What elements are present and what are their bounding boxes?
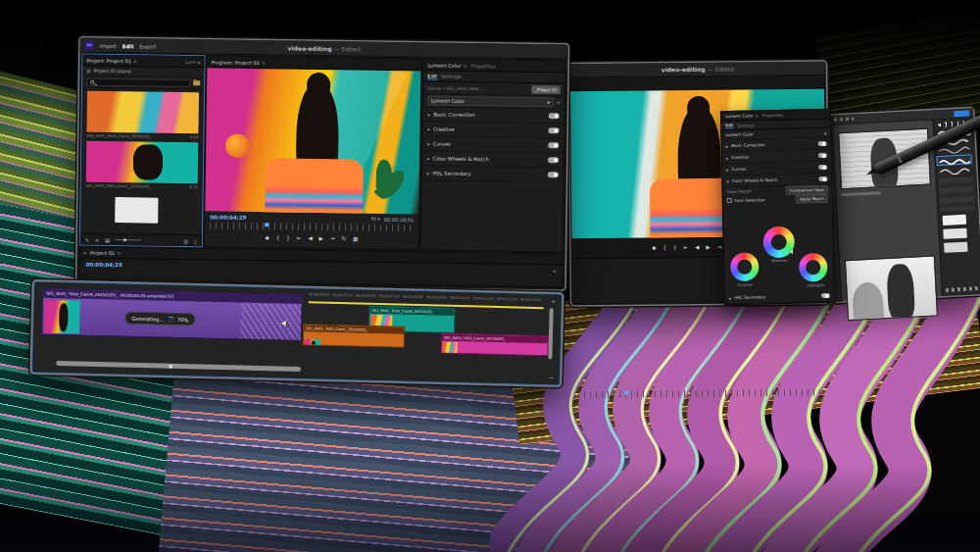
pen-tool-icon[interactable]: ✎ bbox=[85, 236, 89, 242]
close-icon[interactable]: × bbox=[755, 113, 759, 118]
panel-footer-icons[interactable] bbox=[946, 286, 979, 292]
close-icon[interactable]: × bbox=[117, 250, 121, 256]
chevron-down-icon[interactable]: ▾ bbox=[824, 129, 827, 135]
mark-out-button[interactable]: } bbox=[286, 234, 290, 240]
close-icon[interactable]: × bbox=[463, 62, 466, 68]
project-clip-thumbnail-2[interactable] bbox=[86, 141, 199, 184]
step-back-button[interactable]: ◀ bbox=[695, 243, 699, 249]
tab-sequence[interactable]: Project 01 × bbox=[90, 250, 121, 256]
wheels-toggle-2[interactable] bbox=[818, 176, 827, 181]
face-detection-checkbox[interactable] bbox=[727, 198, 732, 203]
trash-icon[interactable]: ▯ bbox=[194, 238, 197, 244]
close-icon[interactable]: × bbox=[262, 60, 266, 66]
horizontal-scrollbar[interactable] bbox=[56, 361, 301, 372]
add-marker-button[interactable]: ◆ bbox=[652, 244, 656, 250]
loop-button[interactable]: ↻ bbox=[341, 235, 346, 241]
basic-correction-toggle-2[interactable] bbox=[818, 141, 827, 146]
brush-stroke-5[interactable] bbox=[938, 166, 974, 176]
mark-in-button[interactable]: { bbox=[276, 234, 280, 240]
subtab-settings-2[interactable]: Settings bbox=[737, 123, 754, 127]
subtab-settings[interactable]: Settings bbox=[441, 74, 462, 79]
chevron-right-icon: ▸ bbox=[726, 143, 729, 149]
toolbar-icons[interactable] bbox=[828, 118, 854, 122]
tab-program[interactable]: Program: Project 01 × bbox=[211, 59, 266, 66]
grid-view-icon[interactable]: ▤ bbox=[86, 69, 90, 74]
zoom-out-icon[interactable]: − bbox=[550, 375, 554, 380]
target-project-button[interactable]: _Project 01 bbox=[531, 84, 561, 93]
panel-menu-icon[interactable]: ≡ bbox=[557, 100, 561, 105]
go-to-in-button[interactable]: ⇤ bbox=[297, 235, 302, 241]
source-clip-label: Source • S01_Sh01_Tk04_… bbox=[427, 85, 485, 91]
subtab-edit-2[interactable]: Edit bbox=[725, 123, 733, 128]
vertical-scrollbar[interactable] bbox=[548, 308, 553, 359]
chevron-right-icon: ▸ bbox=[427, 170, 430, 176]
creative-toggle-2[interactable] bbox=[818, 153, 827, 158]
hsl-secondary-toggle[interactable] bbox=[548, 172, 559, 177]
window2-playhead[interactable] bbox=[624, 391, 628, 395]
project-clip-thumbnail-1[interactable] bbox=[86, 91, 199, 134]
tab-lumetri-color[interactable]: Lumetri Color × bbox=[427, 62, 466, 69]
go-to-out-button[interactable]: ⇥ bbox=[330, 235, 335, 241]
tab-lumetri-color-2[interactable]: Lumetri Color × bbox=[725, 113, 759, 119]
storyboard-frame-2[interactable] bbox=[845, 255, 938, 321]
subtab-edit[interactable]: Edit bbox=[427, 73, 437, 79]
export-frame-button[interactable]: ▦ bbox=[353, 235, 358, 241]
tab-project[interactable]: Project: Project 01 × bbox=[86, 57, 137, 64]
cursor-pointer-icon: ➤ bbox=[787, 247, 797, 256]
go-to-out-button[interactable]: ⇥ bbox=[717, 243, 722, 249]
tab-properties-2[interactable]: Properties bbox=[762, 113, 783, 118]
share-button[interactable] bbox=[954, 110, 969, 117]
menu-edit[interactable]: Edit bbox=[122, 43, 134, 49]
program-playhead[interactable] bbox=[265, 223, 269, 226]
play-button[interactable]: ▶ bbox=[319, 235, 323, 241]
generating-status-text: Generating... bbox=[131, 315, 164, 322]
menu-export[interactable]: Export bbox=[139, 43, 156, 49]
color-wheels-toggle[interactable] bbox=[548, 157, 559, 163]
options-panel[interactable] bbox=[939, 176, 975, 212]
play-button[interactable]: ▶ bbox=[706, 243, 710, 249]
window2-titlebar[interactable]: video-editing — Edited bbox=[569, 62, 826, 78]
timeline-settings-icon[interactable]: ≡ bbox=[553, 269, 557, 274]
list-view-icon[interactable]: ≡ bbox=[95, 236, 99, 242]
fit-dropdown[interactable]: Fit ▾ bbox=[371, 217, 380, 222]
curves-toggle-2[interactable] bbox=[818, 165, 827, 170]
mark-in-button[interactable]: { bbox=[663, 244, 667, 250]
zoom-slider[interactable] bbox=[116, 239, 141, 240]
timeline-clip-orange[interactable]: S01_Sh01_Tk01_CamC_20250103_ bbox=[303, 324, 406, 348]
add-marker-button[interactable]: ◆ bbox=[266, 234, 270, 240]
generating-clip-thumbnail bbox=[44, 300, 80, 334]
search-input[interactable] bbox=[86, 77, 190, 86]
section-hsl-secondary[interactable]: ▸ HSL Secondary bbox=[422, 166, 564, 182]
brush-stroke-selected[interactable] bbox=[936, 154, 971, 166]
tab-properties[interactable]: Properties bbox=[470, 63, 495, 69]
menu-import[interactable]: Import bbox=[100, 42, 117, 48]
layer-swatch-2[interactable] bbox=[943, 228, 966, 239]
new-bin-button[interactable]: ▥ bbox=[183, 238, 188, 244]
timeline-clip-generating[interactable]: S01_Sh01_Tk04_CamA_20250103_ -00;00;04;2… bbox=[41, 288, 303, 341]
chevron-right-icon[interactable]: ▸ bbox=[84, 250, 86, 255]
curves-toggle[interactable] bbox=[548, 142, 559, 148]
project-folder-item[interactable] bbox=[115, 197, 158, 224]
layer-swatch-1[interactable] bbox=[943, 215, 966, 226]
tab-lumetri-collapsed[interactable]: Lum ▸ bbox=[185, 59, 200, 65]
zoom-in-icon[interactable]: + bbox=[552, 298, 556, 304]
hsl-toggle-2[interactable] bbox=[821, 293, 830, 298]
mark-out-button[interactable]: } bbox=[673, 244, 677, 250]
icon-view-icon[interactable]: ▤ bbox=[105, 236, 110, 242]
step-back-button[interactable]: ◀ bbox=[308, 235, 312, 241]
layer-swatch-3[interactable] bbox=[944, 242, 967, 253]
lumetri-preset-dropdown[interactable]: Lumetri Color▾ bbox=[427, 95, 554, 107]
lumetri2-section-hsl[interactable]: ▸ HSL Secondary bbox=[725, 290, 834, 304]
shadows-wheel[interactable] bbox=[730, 252, 760, 281]
spinner-icon bbox=[168, 316, 173, 322]
creative-toggle[interactable] bbox=[548, 127, 559, 133]
highlights-wheel[interactable] bbox=[799, 253, 828, 282]
program-video-preview bbox=[205, 68, 420, 214]
basic-correction-toggle[interactable] bbox=[549, 113, 560, 119]
timeline-clip-pink[interactable]: S01_Sh01_Tk03_CamA_20250103_ bbox=[441, 333, 549, 357]
new-bin-icon[interactable] bbox=[193, 80, 200, 85]
apply-match-button[interactable]: Apply Match bbox=[796, 194, 828, 204]
close-icon[interactable]: × bbox=[133, 58, 137, 64]
project-clip-name-2: S01_Sh01_Tk01_CamC_20250103_ bbox=[86, 183, 151, 189]
go-to-in-button[interactable]: ⇤ bbox=[684, 244, 689, 250]
